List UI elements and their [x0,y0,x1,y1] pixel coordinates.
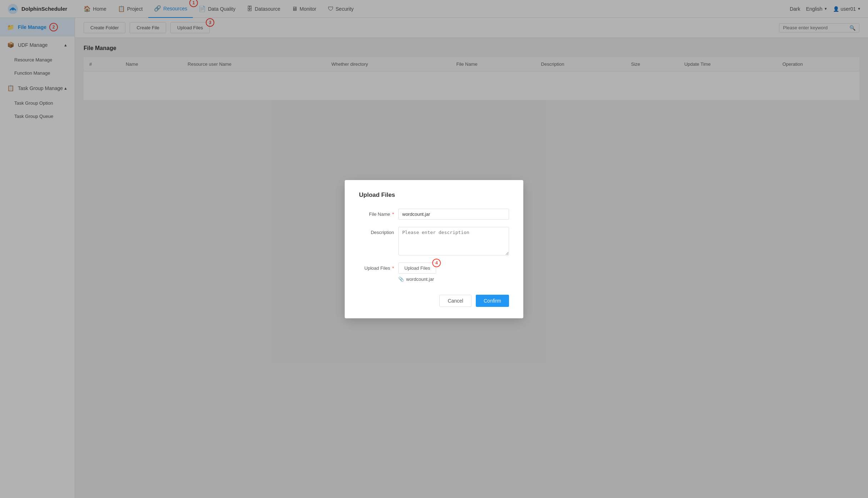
description-row: Description [359,227,509,255]
cancel-button[interactable]: Cancel [439,295,472,307]
description-textarea[interactable] [398,227,509,255]
file-name-label: File Name * [359,209,398,217]
uploaded-filename: wordcount.jar [406,277,434,282]
confirm-button[interactable]: Confirm [476,295,509,307]
upload-files-row: Upload Files * Upload Files 4 📎 wordcoun… [359,263,509,282]
modal-footer: Cancel Confirm [359,292,509,307]
upload-area: Upload Files 4 📎 wordcount.jar [398,263,509,282]
modal-title: Upload Files [359,191,509,199]
upload-required-mark: * [392,265,394,271]
step-badge-4: 4 [432,259,441,267]
upload-files-modal: Upload Files File Name * Description Upl… [345,180,523,318]
file-attachment-icon: 📎 [398,277,404,282]
file-name-row: File Name * [359,209,509,220]
required-mark: * [392,211,394,217]
uploaded-file-display: 📎 wordcount.jar [398,277,509,282]
modal-overlay: Upload Files File Name * Description Upl… [0,0,868,498]
file-name-input[interactable] [398,209,509,220]
description-label: Description [359,227,398,235]
upload-files-button[interactable]: Upload Files 4 [398,263,436,274]
upload-label: Upload Files * [359,263,398,271]
